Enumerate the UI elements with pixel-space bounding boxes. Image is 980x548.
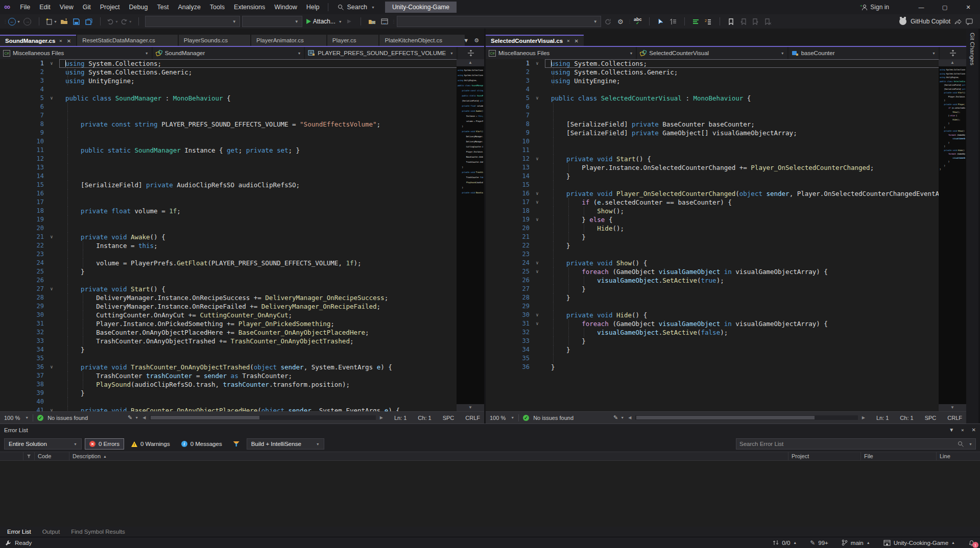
tab-PlayerSounds.cs[interactable]: PlayerSounds.cs xyxy=(179,35,250,46)
code-text[interactable]: private float volume = 1f; xyxy=(59,207,484,215)
git-sync-button[interactable]: 0/0 ▲ xyxy=(773,540,797,546)
code-line[interactable]: 2using System.Collections.Generic; xyxy=(0,68,484,77)
code-line[interactable]: 29 DeliveryManager.Instance.OnRecipeFail… xyxy=(0,302,484,311)
code-text[interactable]: } xyxy=(545,233,966,241)
save-all-button[interactable] xyxy=(84,16,94,27)
code-text[interactable] xyxy=(59,189,484,198)
scroll-right-icon[interactable]: ▶ xyxy=(862,415,865,420)
pending-changes-button[interactable]: ✎ 99+ xyxy=(810,539,828,546)
sort-lines-button[interactable] xyxy=(691,16,701,27)
type-dropdown[interactable]: SelectedCounterVisual ▼ xyxy=(637,47,787,59)
toolbar-grip[interactable]: ⋮ xyxy=(392,19,395,24)
health-check-icon[interactable]: ✓ xyxy=(523,415,529,421)
menu-item-edit[interactable]: Edit xyxy=(35,0,55,14)
code-text[interactable]: PlaySound(audioClipRefsSO.trash, trashCo… xyxy=(59,380,484,389)
code-text[interactable]: public static SoundManager Instance { ge… xyxy=(59,146,484,155)
background-tasks-button[interactable]: Ready xyxy=(5,540,32,546)
code-text[interactable]: volume = PlayerPrefs.GetFloat(PLAYER_PRE… xyxy=(59,259,484,267)
zoom-level[interactable]: 100 % xyxy=(490,415,506,421)
fold-chevron-icon[interactable]: ∨ xyxy=(44,363,59,371)
code-line[interactable]: 11 public static SoundManager Instance {… xyxy=(0,146,484,155)
code-text[interactable] xyxy=(545,354,966,363)
tool-tab-output[interactable]: Output xyxy=(37,529,65,535)
code-line[interactable]: 26 visualGameObject.SetActive(true); xyxy=(486,276,966,285)
code-line[interactable]: 14 xyxy=(0,172,484,181)
code-text[interactable] xyxy=(59,111,484,120)
column-header-code[interactable]: Code xyxy=(35,452,69,460)
code-text[interactable]: foreach (GameObject visualGameObject in … xyxy=(545,319,966,328)
code-text[interactable]: DeliveryManager.Instance.OnRecipeFailed … xyxy=(59,302,484,311)
code-text[interactable]: using System.Collections.Generic; xyxy=(59,68,484,77)
filter-button[interactable] xyxy=(229,438,244,450)
code-text[interactable]: TrashCounter trashCounter = sender as Tr… xyxy=(59,371,484,380)
fold-chevron-icon[interactable]: ∨ xyxy=(530,155,545,163)
code-text[interactable]: } xyxy=(545,345,966,354)
code-text[interactable]: using UnityEngine; xyxy=(59,77,484,85)
code-line[interactable]: 17∨ if (e.selectedCounter == baseCounter… xyxy=(486,198,966,207)
code-text[interactable]: visualGameObject.SetActive(true); xyxy=(545,276,966,285)
code-line[interactable]: 19 xyxy=(0,215,484,224)
code-line[interactable]: 12 xyxy=(0,155,484,163)
redo-button[interactable]: ▼ xyxy=(121,16,132,27)
code-line[interactable]: 29 xyxy=(486,302,966,311)
code-line[interactable]: 13 Player.Instance.OnSelectedCounterChan… xyxy=(486,163,966,172)
code-line[interactable]: 8 private const string PLAYER_PREFS_SOUN… xyxy=(0,120,484,129)
fold-chevron-icon[interactable]: ∨ xyxy=(530,259,545,267)
minimize-button[interactable]: — xyxy=(910,0,933,14)
code-line[interactable]: 10 xyxy=(0,137,484,146)
notifications-button[interactable]: 1 xyxy=(968,539,975,546)
code-text[interactable] xyxy=(59,354,484,363)
code-text[interactable] xyxy=(59,155,484,163)
close-icon[interactable]: ✕ xyxy=(574,38,578,44)
code-text[interactable] xyxy=(545,302,966,311)
code-text[interactable]: } xyxy=(545,241,966,250)
fold-chevron-icon[interactable]: ∨ xyxy=(530,311,545,319)
column-header-description[interactable]: Description▲ xyxy=(69,452,788,460)
code-line[interactable]: 33 } xyxy=(486,337,966,345)
error-list-grid[interactable] xyxy=(0,461,980,527)
scroll-up-icon[interactable]: ▲ xyxy=(939,59,966,66)
toggle-bookmark-button[interactable] xyxy=(726,16,736,27)
tab-PlayerAnimator.cs[interactable]: PlayerAnimator.cs xyxy=(251,35,326,46)
code-line[interactable]: 40 xyxy=(0,397,484,406)
navigate-forward-button[interactable]: → xyxy=(22,16,33,27)
split-editor-button[interactable] xyxy=(458,47,484,59)
close-button[interactable]: ✕ xyxy=(957,0,980,14)
line-ending-indicator[interactable]: CRLF xyxy=(465,415,480,421)
code-text[interactable] xyxy=(545,250,966,259)
column-header-project[interactable]: Project xyxy=(788,452,861,460)
scope-dropdown[interactable]: Entire Solution ▼ xyxy=(4,438,82,450)
menu-item-help[interactable]: Help xyxy=(302,0,324,14)
code-text[interactable]: using UnityEngine; xyxy=(545,77,966,85)
undo-button[interactable]: ▼ xyxy=(107,16,118,27)
fold-chevron-icon[interactable]: ∨ xyxy=(530,267,545,276)
sign-in-button[interactable]: + Sign in xyxy=(860,4,889,11)
code-text[interactable] xyxy=(545,103,966,111)
code-text[interactable]: } xyxy=(59,345,484,354)
code-line[interactable]: 22 } xyxy=(486,241,966,250)
fold-chevron-icon[interactable]: ∨ xyxy=(530,189,545,198)
solution-platforms-dropdown[interactable]: ▼ xyxy=(242,16,302,27)
code-text[interactable]: private void Player_OnSelectedCounterCha… xyxy=(545,189,966,198)
code-text[interactable]: Player.Instance.OnPickedSomething += Pla… xyxy=(59,319,484,328)
navigate-indent-button[interactable] xyxy=(668,16,678,27)
code-line[interactable]: 20 xyxy=(0,224,484,233)
code-line[interactable]: 12∨ private void Start() { xyxy=(486,155,966,163)
git-changes-side-tab[interactable]: Git Changes xyxy=(966,29,978,424)
menu-item-git[interactable]: Git xyxy=(78,0,95,14)
refresh-button[interactable] xyxy=(603,16,613,27)
horizontal-scrollbar[interactable] xyxy=(635,415,857,420)
code-line[interactable]: 16∨ private void Player_OnSelectedCounte… xyxy=(486,189,966,198)
code-text[interactable] xyxy=(545,85,966,94)
menu-item-file[interactable]: File xyxy=(15,0,35,14)
code-line[interactable]: 16 xyxy=(0,189,484,198)
code-text[interactable]: if (e.selectedCounter == baseCounter) { xyxy=(545,198,966,207)
solution-configurations-dropdown[interactable]: ▼ xyxy=(145,16,240,27)
code-line[interactable]: 3using UnityEngine; xyxy=(0,77,484,85)
select-pointer-button[interactable] xyxy=(656,16,666,27)
code-text[interactable] xyxy=(545,181,966,189)
code-text[interactable]: } else { xyxy=(545,215,966,224)
code-line[interactable]: 4 xyxy=(486,85,966,94)
fold-chevron-icon[interactable]: ∨ xyxy=(530,215,545,224)
code-text[interactable]: using System.Collections; xyxy=(545,59,966,68)
